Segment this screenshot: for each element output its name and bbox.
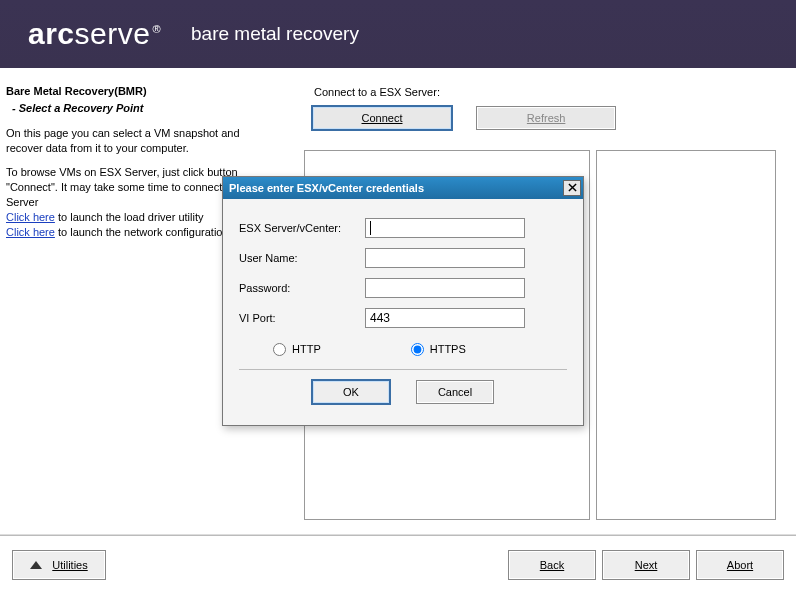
protocol-radio-group: HTTP HTTPS (239, 335, 567, 363)
vi-port-input[interactable] (365, 308, 525, 328)
https-label: HTTPS (430, 343, 466, 355)
ok-button[interactable]: OK (312, 380, 390, 404)
dialog-separator (239, 369, 567, 370)
http-radio[interactable] (273, 343, 286, 356)
app-banner: arcserve® bare metal recovery (0, 0, 796, 68)
esx-server-input[interactable] (365, 218, 525, 238)
dialog-title-text: Please enter ESX/vCenter credentials (229, 177, 424, 199)
load-driver-text: to launch the load driver utility (55, 211, 204, 223)
page-subtitle: - Select a Recovery Point (12, 101, 276, 116)
text-caret (370, 221, 371, 235)
credentials-dialog: Please enter ESX/vCenter credentials ESX… (222, 176, 584, 426)
brand-bold: arc (28, 17, 75, 50)
utilities-label: Utilities (52, 559, 87, 571)
connect-label: Connect to a ESX Server: (314, 86, 782, 98)
esx-server-label: ESX Server/vCenter: (239, 222, 365, 234)
page-title: Bare Metal Recovery(BMR) (6, 84, 276, 99)
close-icon (568, 183, 577, 194)
instruction-paragraph-1: On this page you can select a VM snapsho… (6, 126, 276, 156)
dialog-titlebar[interactable]: Please enter ESX/vCenter credentials (223, 177, 583, 199)
dialog-button-row: OK Cancel (239, 380, 567, 404)
abort-button[interactable]: Abort (696, 550, 784, 580)
banner-subtitle: bare metal recovery (191, 23, 359, 45)
username-input[interactable] (365, 248, 525, 268)
registered-mark: ® (152, 23, 161, 35)
dialog-body: ESX Server/vCenter: User Name: Password:… (223, 199, 583, 410)
vi-port-label: VI Port: (239, 312, 365, 324)
password-label: Password: (239, 282, 365, 294)
network-config-link[interactable]: Click here (6, 226, 55, 238)
load-driver-link[interactable]: Click here (6, 211, 55, 223)
next-button[interactable]: Next (602, 550, 690, 580)
brand-logo: arcserve® (28, 17, 161, 51)
cancel-button[interactable]: Cancel (416, 380, 494, 404)
utilities-button[interactable]: Utilities (12, 550, 106, 580)
bottom-bar: Utilities Back Next Abort (0, 535, 796, 597)
password-input[interactable] (365, 278, 525, 298)
back-button[interactable]: Back (508, 550, 596, 580)
triangle-up-icon (30, 561, 42, 569)
dialog-close-button[interactable] (563, 180, 581, 196)
vm-detail-box (596, 150, 776, 520)
http-radio-option[interactable]: HTTP (273, 343, 321, 356)
refresh-button[interactable]: Refresh (476, 106, 616, 130)
https-radio[interactable] (411, 343, 424, 356)
https-radio-option[interactable]: HTTPS (411, 343, 466, 356)
connect-button[interactable]: Connect (312, 106, 452, 130)
username-label: User Name: (239, 252, 365, 264)
http-label: HTTP (292, 343, 321, 355)
connect-button-row: Connect Refresh (312, 106, 782, 130)
brand-rest: serve (75, 17, 151, 50)
